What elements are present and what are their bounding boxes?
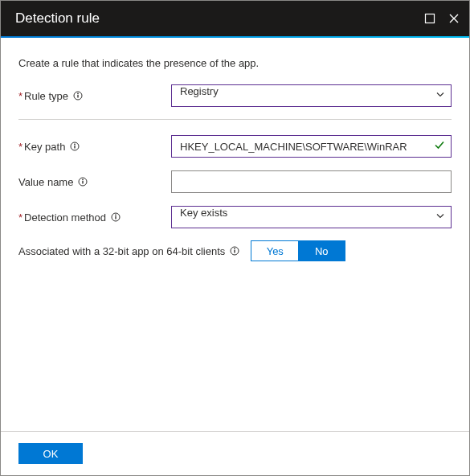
bitness-toggle: Yes No — [251, 240, 345, 261]
detection-method-field[interactable]: Key exists — [171, 206, 452, 228]
window-controls — [424, 13, 460, 24]
key-path-row: *Key path — [18, 134, 452, 158]
rule-type-label: *Rule type — [18, 90, 171, 102]
dialog-content: Create a rule that indicates the presenc… — [1, 38, 469, 261]
svg-point-12 — [115, 215, 116, 216]
label-text: Key path — [24, 141, 65, 153]
svg-point-6 — [74, 144, 76, 146]
key-path-field — [171, 135, 452, 158]
svg-point-15 — [234, 248, 235, 250]
info-icon[interactable] — [70, 142, 80, 151]
bitness-toggle-label: Associated with a 32-bit app on 64-bit c… — [18, 245, 239, 257]
label-text: Rule type — [24, 90, 68, 102]
svg-point-9 — [83, 179, 84, 181]
maximize-icon[interactable] — [424, 13, 435, 24]
toggle-yes[interactable]: Yes — [251, 241, 298, 261]
label-text: Associated with a 32-bit app on 64-bit c… — [18, 245, 225, 257]
dialog-footer: OK — [1, 431, 469, 475]
label-text: Value name — [18, 176, 73, 188]
instruction-text: Create a rule that indicates the presenc… — [18, 57, 452, 69]
rule-type-row: *Rule type Registry — [18, 84, 452, 108]
svg-rect-8 — [83, 181, 84, 184]
key-path-input[interactable] — [171, 135, 452, 158]
divider — [18, 119, 452, 120]
svg-rect-5 — [75, 146, 76, 149]
ok-button[interactable]: OK — [18, 443, 83, 464]
close-icon[interactable] — [448, 13, 460, 24]
svg-rect-14 — [235, 250, 235, 253]
value-name-input[interactable] — [171, 170, 452, 193]
svg-point-3 — [77, 93, 79, 95]
info-icon[interactable] — [73, 91, 83, 101]
detection-method-label: *Detection method — [18, 211, 171, 224]
value-name-field — [171, 170, 452, 193]
bitness-toggle-row: Associated with a 32-bit app on 64-bit c… — [18, 240, 452, 261]
svg-rect-2 — [77, 95, 78, 98]
info-icon[interactable] — [230, 246, 239, 256]
toggle-no[interactable]: No — [298, 241, 345, 261]
key-path-label: *Key path — [18, 141, 171, 153]
value-name-row: Value name — [18, 170, 452, 194]
value-name-label: Value name — [18, 176, 171, 188]
rule-type-select[interactable]: Registry — [171, 84, 452, 107]
info-icon[interactable] — [78, 177, 88, 187]
svg-rect-11 — [115, 216, 116, 220]
label-text: Detection method — [24, 211, 106, 224]
info-icon[interactable] — [111, 212, 121, 222]
dialog-title: Detection rule — [15, 10, 100, 27]
rule-type-field[interactable]: Registry — [171, 84, 452, 107]
dialog-header: Detection rule — [1, 1, 469, 36]
svg-rect-0 — [426, 14, 435, 23]
detection-method-row: *Detection method Key exists — [18, 205, 452, 229]
detection-method-select[interactable]: Key exists — [171, 206, 452, 228]
